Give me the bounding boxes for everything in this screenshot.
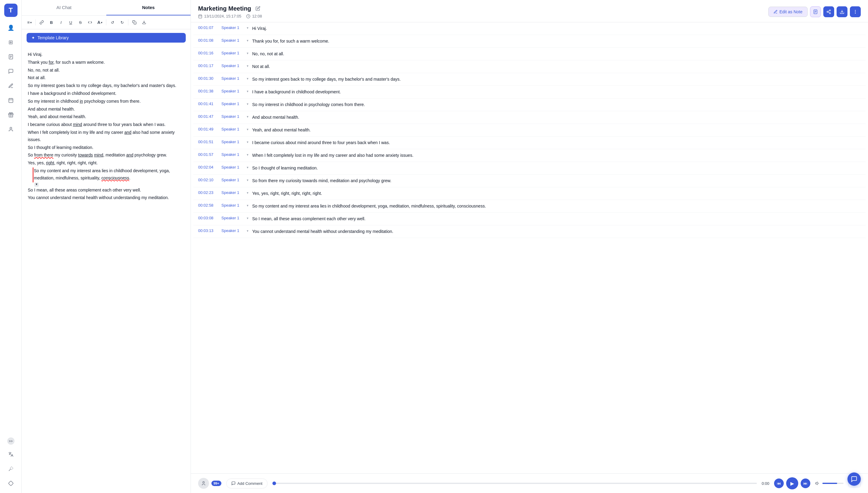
doc-icon-btn[interactable] bbox=[810, 6, 821, 17]
sidebar-icon-diamond[interactable] bbox=[5, 477, 17, 489]
ts-time-3[interactable]: 00:01:17 bbox=[198, 63, 218, 68]
ts-speaker-8[interactable]: Speaker 1 bbox=[221, 127, 243, 131]
ts-time-7[interactable]: 00:01:47 bbox=[198, 114, 218, 119]
ts-chevron-13[interactable]: ▾ bbox=[247, 190, 248, 195]
ts-time-14[interactable]: 00:02:58 bbox=[198, 203, 218, 208]
ts-chevron-4[interactable]: ▾ bbox=[247, 76, 248, 81]
ts-chevron-9[interactable]: ▾ bbox=[247, 140, 248, 144]
ts-speaker-6[interactable]: Speaker 1 bbox=[221, 102, 243, 106]
ts-chevron-2[interactable]: ▾ bbox=[247, 51, 248, 55]
format-dropdown[interactable]: ≡ ▾ bbox=[25, 19, 34, 26]
template-library-btn[interactable]: ✦ Template Library bbox=[27, 33, 186, 43]
download-icon-btn[interactable] bbox=[837, 6, 847, 17]
sidebar-expand-btn[interactable]: >> bbox=[7, 437, 15, 445]
sidebar-icon-chat[interactable] bbox=[5, 65, 17, 77]
font-color-dropdown[interactable]: A ▾ bbox=[95, 19, 104, 26]
more-options-btn[interactable] bbox=[850, 6, 861, 17]
ts-chevron-10[interactable]: ▾ bbox=[247, 152, 248, 157]
tab-notes[interactable]: Notes bbox=[106, 0, 191, 16]
ts-time-16[interactable]: 00:03:13 bbox=[198, 228, 218, 233]
ts-chevron-15[interactable]: ▾ bbox=[247, 216, 248, 220]
italic-btn[interactable]: I bbox=[57, 18, 65, 27]
sidebar-icon-person[interactable] bbox=[5, 123, 17, 135]
ts-chevron-1[interactable]: ▾ bbox=[247, 38, 248, 43]
ts-speaker-9[interactable]: Speaker 1 bbox=[221, 140, 243, 144]
ts-speaker-16[interactable]: Speaker 1 bbox=[221, 228, 243, 233]
progress-bar-area[interactable] bbox=[273, 483, 757, 484]
ts-speaker-0[interactable]: Speaker 1 bbox=[221, 25, 243, 30]
ts-speaker-12[interactable]: Speaker 1 bbox=[221, 178, 243, 182]
strikethrough-btn[interactable]: S bbox=[76, 18, 85, 27]
sidebar-icon-users[interactable]: 👤 bbox=[5, 22, 17, 34]
undo-btn[interactable]: ↺ bbox=[108, 18, 116, 27]
volume-icon[interactable] bbox=[815, 481, 820, 486]
edit-as-note-btn[interactable]: Edit as Note bbox=[768, 7, 808, 17]
play-btn[interactable]: ▶ bbox=[786, 477, 798, 489]
edit-title-btn[interactable] bbox=[254, 5, 262, 12]
sidebar-icon-document[interactable] bbox=[5, 51, 17, 63]
progress-track[interactable] bbox=[273, 483, 757, 484]
ts-speaker-5[interactable]: Speaker 1 bbox=[221, 89, 243, 93]
sidebar-icon-grid[interactable]: ⊞ bbox=[5, 36, 17, 48]
chat-fab-btn[interactable] bbox=[847, 472, 861, 486]
volume-slider[interactable] bbox=[822, 483, 844, 484]
bold-btn[interactable]: B bbox=[47, 18, 56, 27]
collapse-arrow[interactable]: ▼ bbox=[35, 183, 39, 187]
copy-btn[interactable] bbox=[130, 18, 138, 27]
ts-time-13[interactable]: 00:02:23 bbox=[198, 190, 218, 195]
sidebar-icon-translate[interactable] bbox=[5, 448, 17, 460]
avatar-circle[interactable] bbox=[198, 478, 209, 489]
ts-time-15[interactable]: 00:03:08 bbox=[198, 216, 218, 220]
ts-chevron-12[interactable]: ▾ bbox=[247, 178, 248, 182]
ts-chevron-14[interactable]: ▾ bbox=[247, 203, 248, 208]
ts-speaker-7[interactable]: Speaker 1 bbox=[221, 114, 243, 119]
share-btn[interactable] bbox=[823, 6, 834, 17]
ts-chevron-7[interactable]: ▾ bbox=[247, 114, 248, 119]
link-btn[interactable] bbox=[38, 18, 46, 27]
ts-speaker-2[interactable]: Speaker 1 bbox=[221, 51, 243, 55]
transcript-row-16: 00:03:13 Speaker 1 ▾ You cannot understa… bbox=[193, 226, 866, 238]
ts-time-0[interactable]: 00:01:07 bbox=[198, 25, 218, 30]
ts-time-8[interactable]: 00:01:49 bbox=[198, 127, 218, 131]
ts-chevron-11[interactable]: ▾ bbox=[247, 165, 248, 169]
ts-chevron-3[interactable]: ▾ bbox=[247, 63, 248, 68]
sidebar-icon-pen[interactable] bbox=[5, 80, 17, 92]
sidebar-icon-wand[interactable] bbox=[5, 463, 17, 475]
code-btn[interactable] bbox=[86, 18, 94, 27]
ts-chevron-5[interactable]: ▾ bbox=[247, 89, 248, 93]
ts-text-8: Yeah, and about mental health. bbox=[252, 127, 861, 133]
sidebar-icon-gift[interactable] bbox=[5, 109, 17, 121]
ts-time-6[interactable]: 00:01:41 bbox=[198, 102, 218, 106]
ts-time-9[interactable]: 00:01:51 bbox=[198, 140, 218, 144]
skip-forward-btn[interactable]: ⏭ bbox=[801, 478, 810, 488]
ts-speaker-3[interactable]: Speaker 1 bbox=[221, 63, 243, 68]
ts-time-4[interactable]: 00:01:30 bbox=[198, 76, 218, 81]
ts-speaker-13[interactable]: Speaker 1 bbox=[221, 190, 243, 195]
ts-speaker-1[interactable]: Speaker 1 bbox=[221, 38, 243, 43]
editor-line-8: Yeah, and about mental health. bbox=[28, 113, 185, 121]
ts-chevron-16[interactable]: ▾ bbox=[247, 228, 248, 233]
skip-back-btn[interactable]: ⏮ bbox=[774, 478, 784, 488]
underline-btn[interactable]: U bbox=[66, 18, 75, 27]
ts-speaker-4[interactable]: Speaker 1 bbox=[221, 76, 243, 81]
ts-time-2[interactable]: 00:01:16 bbox=[198, 51, 218, 55]
sidebar-icon-calendar[interactable] bbox=[5, 94, 17, 106]
ts-time-10[interactable]: 00:01:57 bbox=[198, 152, 218, 157]
ts-chevron-6[interactable]: ▾ bbox=[247, 102, 248, 106]
ts-speaker-14[interactable]: Speaker 1 bbox=[221, 203, 243, 208]
ts-time-5[interactable]: 00:01:38 bbox=[198, 89, 218, 93]
redo-btn[interactable]: ↻ bbox=[118, 18, 126, 27]
ts-time-1[interactable]: 00:01:08 bbox=[198, 38, 218, 43]
ts-speaker-15[interactable]: Speaker 1 bbox=[221, 216, 243, 220]
ts-chevron-8[interactable]: ▾ bbox=[247, 127, 248, 131]
editor-area[interactable]: Hi Viraj. Thank you for, for such a warm… bbox=[22, 46, 191, 493]
ts-time-12[interactable]: 00:02:10 bbox=[198, 178, 218, 182]
ts-time-11[interactable]: 00:02:04 bbox=[198, 165, 218, 169]
add-comment-btn[interactable]: Add Comment bbox=[226, 478, 267, 489]
ts-chevron-0[interactable]: ▾ bbox=[247, 25, 248, 30]
tab-ai-chat[interactable]: AI Chat bbox=[22, 0, 106, 16]
meeting-title: Marketing Meeting bbox=[198, 5, 251, 12]
ts-speaker-11[interactable]: Speaker 1 bbox=[221, 165, 243, 169]
download-btn[interactable] bbox=[140, 18, 148, 27]
ts-speaker-10[interactable]: Speaker 1 bbox=[221, 152, 243, 157]
